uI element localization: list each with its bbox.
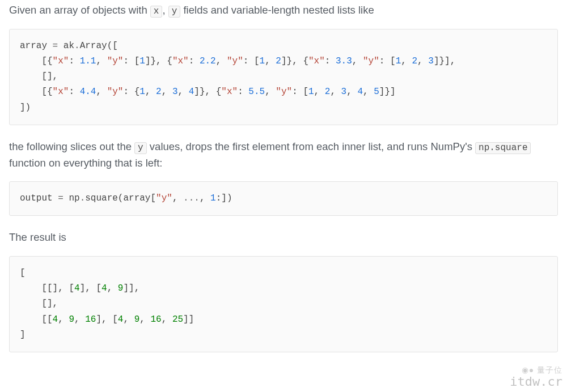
text: function on everything that is left: [9, 157, 162, 169]
code-block-result: [ [[], [4], [4, 9]], [], [[4, 9, 16], [4… [9, 256, 558, 352]
text: Given an array of objects with [9, 4, 150, 16]
text: the following slices out the [9, 140, 134, 152]
inline-code-y2: y [134, 142, 147, 154]
text: values, drops the first element from eac… [147, 140, 475, 152]
paragraph-intro: Given an array of objects with x, y fiel… [9, 2, 558, 19]
document-page: Given an array of objects with x, y fiel… [0, 0, 567, 375]
inline-code-x: x [150, 6, 163, 18]
paragraph-slice: the following slices out the y values, d… [9, 139, 558, 171]
watermark-line2: itdw.cr [510, 374, 562, 389]
inline-code-y: y [168, 6, 181, 18]
text: fields and variable-length nested lists … [180, 4, 374, 16]
inline-code-npsquare: np.square [475, 142, 531, 154]
code-block-output-expr: output = np.square(array["y", ..., 1:]) [9, 181, 558, 216]
paragraph-result: The result is [9, 229, 558, 246]
code-block-array-def: array = ak.Array([ [{"x": 1.1, "y": [1]}… [9, 29, 558, 125]
text: , [162, 4, 168, 16]
